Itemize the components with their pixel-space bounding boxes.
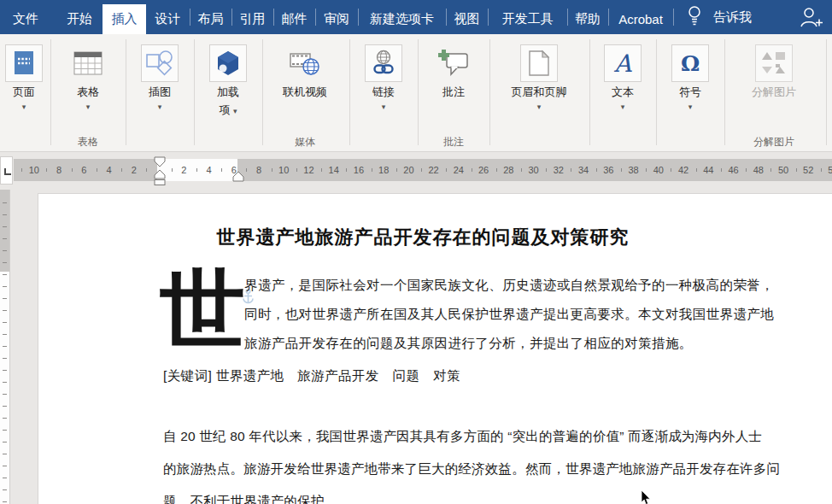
tab-insert[interactable]: 插入 bbox=[103, 4, 146, 34]
ribbon-button-links[interactable]: 链接▾ bbox=[345, 34, 422, 149]
ruler-page-segment bbox=[157, 159, 237, 181]
tab-layout[interactable]: 布局 bbox=[190, 4, 231, 34]
ruler-tick bbox=[296, 168, 297, 172]
tell-me-box[interactable]: 告诉我 bbox=[686, 0, 752, 34]
tab-mailings[interactable]: 邮件 bbox=[273, 4, 315, 34]
first-line-indent-marker[interactable] bbox=[154, 156, 166, 167]
ribbon-button-label: 文本 bbox=[584, 85, 661, 100]
ruler-band[interactable]: 1086422468101214161820222426283032343638… bbox=[14, 159, 832, 181]
ruler-number: 14 bbox=[329, 159, 339, 181]
dropdown-arrow-icon: ▾ bbox=[50, 103, 126, 111]
ribbon-button-online-video[interactable]: 联机视频 bbox=[267, 34, 343, 149]
tab-review[interactable]: 审阅 bbox=[315, 4, 358, 34]
ruler-tick bbox=[496, 168, 497, 172]
ruler-tick bbox=[346, 168, 347, 172]
ruler-tick bbox=[321, 168, 322, 172]
ruler-number: 8 bbox=[56, 159, 62, 181]
tab-developer[interactable]: 开发工具 bbox=[488, 4, 567, 34]
ribbon-group-separator bbox=[656, 39, 657, 145]
tab-file[interactable]: 文件 bbox=[0, 4, 51, 34]
tab-separator bbox=[567, 9, 568, 26]
tab-stop-selector[interactable] bbox=[0, 156, 13, 185]
ruler-number: 54 bbox=[828, 159, 832, 181]
ribbon-group-separator bbox=[262, 39, 263, 145]
tab-references[interactable]: 引用 bbox=[231, 4, 273, 34]
ruler-number: 10 bbox=[278, 159, 289, 181]
tab-home[interactable]: 开始 bbox=[56, 4, 103, 34]
ribbon-button-label: 加载 bbox=[190, 85, 267, 100]
ruler-number: 46 bbox=[728, 159, 738, 181]
ribbon-group-separator bbox=[589, 39, 590, 145]
document-page[interactable]: 世界遗产地旅游产品开发存在的问题及对策研究 世 界遗产，是国际社会对一个国家民族… bbox=[38, 193, 832, 504]
ribbon-button-symbols[interactable]: Ω符号▾ bbox=[652, 34, 729, 149]
tab-help[interactable]: 帮助 bbox=[567, 4, 608, 34]
tab-new-tab[interactable]: 新建选项卡 bbox=[358, 4, 446, 34]
hanging-indent-marker[interactable] bbox=[154, 169, 166, 186]
vertical-ruler[interactable] bbox=[0, 190, 10, 504]
ruler-number: 2 bbox=[132, 159, 137, 181]
ribbon-group-label: 批注 bbox=[443, 135, 464, 149]
ruler-tick bbox=[721, 168, 722, 172]
ribbon-button-label: 联机视频 bbox=[267, 85, 343, 100]
horizontal-ruler[interactable]: 1086422468101214161820222426283032343638… bbox=[0, 152, 832, 190]
person-add-icon[interactable] bbox=[800, 6, 823, 32]
ruler-number: 52 bbox=[803, 159, 813, 181]
tab-separator bbox=[273, 9, 274, 26]
ruler-tick bbox=[97, 168, 97, 172]
ribbon-button-header-footer[interactable]: 页眉和页脚▾ bbox=[501, 34, 577, 149]
lightbulb-icon bbox=[686, 5, 703, 29]
tab-separator bbox=[358, 9, 359, 26]
abstract-line: 界遗产，是国际社会对一个国家民族文化、历史遗迹或自然景观给予的一种极高的荣誉， bbox=[244, 277, 774, 295]
ribbon-button-label: 链接 bbox=[345, 85, 422, 100]
ribbon-group-separator bbox=[724, 39, 725, 145]
ruler-tick bbox=[196, 168, 197, 172]
ruler-number: 12 bbox=[303, 159, 313, 181]
broken-picture-icon bbox=[755, 44, 793, 82]
ruler-number: 34 bbox=[578, 159, 589, 181]
ribbon-button-label: 项 ▾ bbox=[190, 103, 267, 118]
ribbon-button-table[interactable]: 表格▾ bbox=[50, 34, 126, 149]
ribbon-button-label: 符号 bbox=[652, 85, 729, 100]
text-icon: A bbox=[604, 44, 642, 82]
keywords-line: [关键词] 世界遗产地 旅游产品开发 问题 对策 bbox=[163, 367, 460, 385]
dropdown-arrow-icon: ▾ bbox=[345, 103, 422, 111]
ruler-tick bbox=[746, 168, 747, 172]
ruler-tick bbox=[146, 168, 147, 172]
ribbon-group-separator bbox=[126, 39, 126, 145]
abstract-line: 旅游产品开发存在的问题及其原因进行了分析，并提出了相应的对策措施。 bbox=[244, 335, 693, 353]
links-icon bbox=[365, 44, 402, 82]
ruler-number: 22 bbox=[429, 159, 439, 181]
tab-acrobat[interactable]: Acrobat bbox=[608, 4, 673, 34]
ribbon-button-text[interactable]: A文本▾ bbox=[584, 34, 661, 149]
tell-me-label: 告诉我 bbox=[713, 9, 752, 26]
ruler-number: 38 bbox=[628, 159, 638, 181]
svg-text:Ω: Ω bbox=[681, 51, 700, 76]
ruler-number: 8 bbox=[256, 159, 261, 181]
ribbon-group-separator bbox=[418, 39, 419, 145]
ruler-number: 30 bbox=[528, 159, 538, 181]
ruler-tick bbox=[21, 168, 22, 172]
tab-design[interactable]: 设计 bbox=[146, 4, 190, 34]
tab-separator bbox=[190, 9, 190, 26]
ribbon-button-label: 表格 bbox=[50, 85, 126, 100]
ruler-tick bbox=[546, 168, 547, 172]
ribbon-button-new-comment[interactable]: 批注 bbox=[415, 34, 492, 149]
ribbon-button-add-ins[interactable]: 加载项 ▾ bbox=[190, 34, 267, 149]
ribbon-group-separator bbox=[194, 39, 195, 145]
tab-view[interactable]: 视图 bbox=[446, 4, 488, 34]
drop-cap[interactable]: 世 bbox=[160, 266, 245, 353]
ruler-number: 28 bbox=[503, 159, 513, 181]
body-line: 自 20 世纪 80 年代以来，我国世界遗产因其具有多方面的 “突出的普遍的价值… bbox=[163, 428, 762, 446]
ruler-tick bbox=[421, 168, 422, 172]
ruler-tick bbox=[121, 168, 122, 172]
ribbon-button-illustrations[interactable]: 插图▾ bbox=[121, 34, 198, 149]
ribbon: 页面▾表格▾插图▾加载项 ▾联机视频链接▾批注页眉和页脚▾A文本▾Ω符号▾分解图… bbox=[0, 34, 832, 152]
body-line: 题，不利于世界遗产的保护。 bbox=[163, 493, 337, 504]
ruler-number: 42 bbox=[678, 159, 688, 181]
tab-separator bbox=[315, 9, 316, 26]
right-indent-marker[interactable] bbox=[232, 171, 244, 182]
addins-icon bbox=[209, 44, 247, 82]
ruler-number: 6 bbox=[81, 159, 86, 181]
body-line: 的旅游热点。旅游开发给世界遗产地带来了巨大的经济效益。然而，世界遗产地旅游产品开… bbox=[163, 460, 780, 478]
ruler-number: 24 bbox=[454, 159, 464, 181]
